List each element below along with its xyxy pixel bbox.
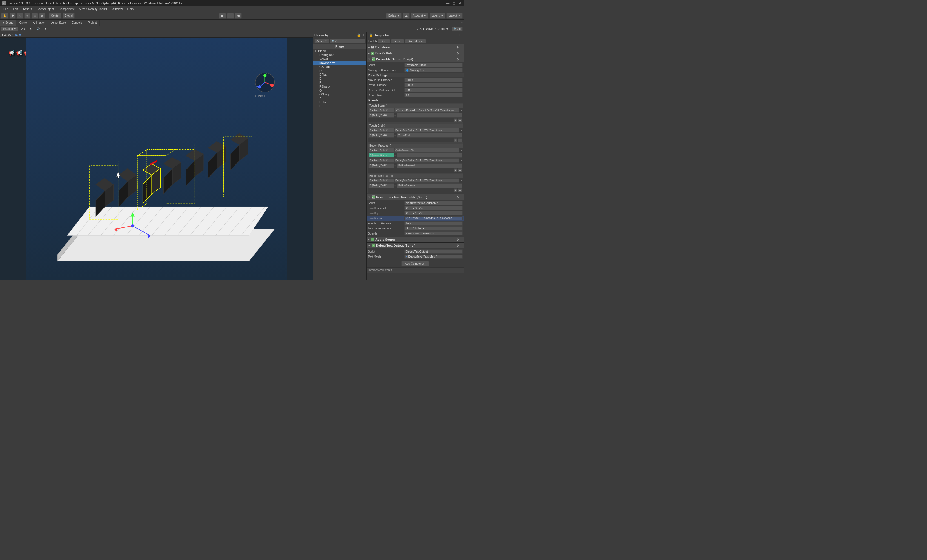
debug-script-value[interactable]: DebugTextOutput xyxy=(404,249,462,254)
button-pressed-obj-icon1[interactable]: ⊙ xyxy=(394,154,397,157)
pause-button[interactable]: ⏸ xyxy=(227,13,234,18)
touch-begin-remove-button[interactable]: − xyxy=(458,118,462,122)
button-released-remove-button[interactable]: − xyxy=(458,188,462,192)
near-script-value[interactable]: NearInteractionTouchable xyxy=(404,201,462,205)
hierarchy-more-icon[interactable]: ⋮ xyxy=(362,33,365,37)
events-to-receive-value[interactable]: Touch xyxy=(404,221,462,226)
shading-mode-dropdown[interactable]: Shaded ▼ xyxy=(1,27,18,31)
touch-begin-func1[interactable] xyxy=(397,113,462,118)
hierarchy-search-input[interactable]: 🔍 All xyxy=(330,39,365,43)
button-pressed-remove-button[interactable]: − xyxy=(458,168,462,172)
touch-end-remove-button[interactable]: − xyxy=(458,138,462,142)
audio-source-header[interactable]: ▶ ✓ Audio Source ⚙ ⋮ xyxy=(367,237,464,243)
menu-file[interactable]: File xyxy=(1,6,11,12)
button-pressed-dropdown2[interactable]: Runtime Only ▼ xyxy=(368,158,394,163)
transform-settings-icon[interactable]: ⚙ xyxy=(456,46,459,49)
transform-header[interactable]: ▶ ⊞ Transform ⚙ ⋮ xyxy=(367,44,464,50)
debug-text-header[interactable]: ▼ ✓ Debug Text Output (Script) ⚙ ⋮ xyxy=(367,243,464,248)
audio-toggle[interactable]: 🔊 xyxy=(35,27,41,30)
touch-end-obj1[interactable]: C (DebugTextC xyxy=(368,133,394,138)
pressable-button-header[interactable]: ▼ ✓ Pressable Button (Script) ⚙ ⋮ xyxy=(367,56,464,62)
hand-tool-button[interactable]: ✋ xyxy=(1,13,8,18)
touch-begin-obj-icon[interactable]: ⊙ xyxy=(394,114,397,117)
hier-item-debugtext[interactable]: DebugText xyxy=(313,53,366,57)
button-pressed-dropdown1[interactable]: Runtime Only ▼ xyxy=(368,148,394,153)
menu-edit[interactable]: Edit xyxy=(11,6,21,12)
button-pressed-func2[interactable]: ButtonPressed xyxy=(397,163,462,168)
tab-asset-store[interactable]: Asset Store xyxy=(49,20,69,26)
prefab-open-button[interactable]: Open xyxy=(378,39,389,43)
tab-game[interactable]: Game xyxy=(16,20,30,26)
max-push-distance-value[interactable]: 0.018 xyxy=(404,78,462,82)
hier-item-movingkey[interactable]: MovingKey xyxy=(313,61,366,65)
move-tool-button[interactable]: ✚ xyxy=(9,13,16,18)
audio-source-more-icon[interactable]: ⋮ xyxy=(460,238,462,241)
light-toggle[interactable]: ☀ xyxy=(27,27,33,30)
press-distance-value[interactable]: 0.008 xyxy=(404,83,462,87)
button-pressed-target-icon1[interactable]: ⊙ xyxy=(460,149,462,152)
local-forward-value[interactable]: X 0 Y 0 Z -1 xyxy=(404,206,462,210)
near-interaction-more-icon[interactable]: ⋮ xyxy=(460,196,462,199)
local-up-value[interactable]: X 0 Y 1 Z 0 xyxy=(404,211,462,216)
button-pressed-obj2[interactable]: C (DebugTextC xyxy=(368,163,394,168)
touch-end-target-icon[interactable]: ⊙ xyxy=(460,129,462,132)
pressable-settings-icon[interactable]: ⚙ xyxy=(456,58,459,61)
touch-end-add-button[interactable]: + xyxy=(453,138,457,142)
button-pressed-obj1[interactable]: C (Audio Source xyxy=(368,153,394,158)
hier-item-d[interactable]: D xyxy=(313,69,366,73)
text-mesh-value[interactable]: T DebugText (Text Mesh) xyxy=(404,255,462,259)
debug-text-more-icon[interactable]: ⋮ xyxy=(460,244,462,247)
inspector-lock-icon[interactable]: 🔒 xyxy=(369,33,373,37)
touch-begin-dropdown1[interactable]: Runtime Only ▼ xyxy=(368,108,394,112)
button-released-dropdown1[interactable]: Runtime Only ▼ xyxy=(368,178,394,183)
layout-button[interactable]: Layout ▼ xyxy=(447,13,462,18)
effects-toggle[interactable]: ✦ xyxy=(43,27,48,30)
button-released-obj-icon[interactable]: ⊙ xyxy=(394,184,397,187)
menu-gameobject[interactable]: GameObject xyxy=(34,6,56,12)
autosave-checkbox[interactable]: ☑ xyxy=(416,27,419,30)
minimize-button[interactable]: — xyxy=(445,1,449,5)
add-component-button[interactable]: Add Component xyxy=(401,261,429,266)
breadcrumb-piano[interactable]: Piano xyxy=(14,33,21,36)
menu-assets[interactable]: Assets xyxy=(21,6,34,12)
debug-text-settings-icon[interactable]: ⚙ xyxy=(456,244,459,247)
near-interaction-enable-checkbox[interactable]: ✓ xyxy=(372,196,375,199)
hierarchy-lock-icon[interactable]: 🔒 xyxy=(357,33,361,37)
box-collider-settings-icon[interactable]: ⚙ xyxy=(456,52,459,55)
button-pressed-target-icon2[interactable]: ⊙ xyxy=(460,159,462,162)
hier-item-bflat[interactable]: BFlat xyxy=(313,100,366,104)
bounds-value[interactable]: X 0.004566 Y 0.024825 xyxy=(404,231,462,235)
collab-button[interactable]: Collab ▼ xyxy=(386,13,402,18)
local-center-value[interactable]: X -7.231342 Y 0.039486 Z -0.0004805 xyxy=(404,216,462,220)
hier-item-velvet[interactable]: Velvet xyxy=(313,57,366,61)
tab-project[interactable]: Project xyxy=(85,20,100,26)
release-distance-value[interactable]: 0.001 xyxy=(404,88,462,93)
prefab-overrides-button[interactable]: Overrides ▼ xyxy=(405,39,426,43)
hier-item-fsharp[interactable]: FSharp xyxy=(313,85,366,88)
scale-tool-button[interactable]: ⤡ xyxy=(24,13,30,18)
touch-begin-target-icon[interactable]: ⊙ xyxy=(460,109,462,112)
inspector-more-icon[interactable]: ⋮ xyxy=(458,33,461,37)
cloud-button[interactable]: ☁ xyxy=(403,13,410,18)
rotate-tool-button[interactable]: ↻ xyxy=(17,13,23,18)
hierarchy-create-button[interactable]: Create ▼ xyxy=(315,39,329,43)
return-rate-value[interactable]: 10 xyxy=(404,93,462,97)
button-released-func1[interactable]: ButtonReleased xyxy=(397,183,462,188)
moving-button-visuals-value[interactable]: 🔷 MovingKey xyxy=(404,68,462,72)
script-value[interactable]: PressableButton xyxy=(404,63,462,67)
box-collider-header[interactable]: ▶ ✓ Box Collider ⚙ ⋮ xyxy=(367,50,464,56)
menu-help[interactable]: Help xyxy=(125,6,136,12)
tab-console[interactable]: Console xyxy=(69,20,85,26)
menu-window[interactable]: Window xyxy=(109,6,125,12)
hier-item-piano[interactable]: ▼ Piano xyxy=(313,49,366,53)
scene-3d-view[interactable]: 📢 📢 📢 📢 📢 Debug Message xyxy=(0,38,313,280)
gizmos-panel-close[interactable]: ≡ xyxy=(461,21,462,24)
near-interaction-settings-icon[interactable]: ⚙ xyxy=(456,196,459,199)
autosave-check[interactable]: ☑ Auto Save xyxy=(416,27,433,30)
pressable-enable-checkbox[interactable]: ✓ xyxy=(372,58,375,61)
button-pressed-add-button[interactable]: + xyxy=(453,168,457,172)
account-button[interactable]: Account ▼ xyxy=(411,13,429,18)
tab-animation[interactable]: Animation xyxy=(30,20,48,26)
button-released-obj1[interactable]: C (DebugTextC xyxy=(368,183,394,188)
menu-component[interactable]: Component xyxy=(56,6,77,12)
